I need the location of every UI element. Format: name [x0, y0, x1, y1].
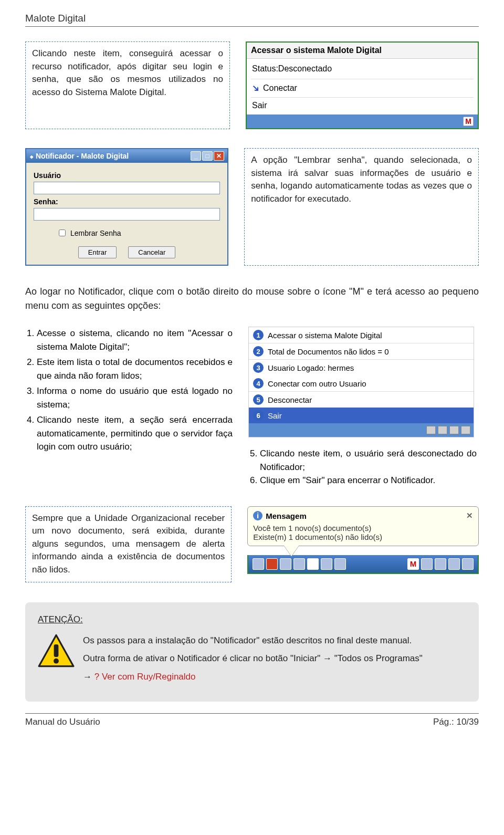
taskbar-icon [435, 558, 446, 570]
taskbar-icon [307, 558, 319, 570]
list-item: Clique em "Sair" para encerrar o Notific… [260, 474, 477, 487]
list-item: Este item lista o total de documentos re… [37, 356, 233, 382]
password-input[interactable] [34, 208, 220, 221]
msg-line-2: Existe(m) 1 documento(s) não lido(s) [253, 533, 473, 541]
svg-point-2 [54, 659, 59, 664]
nm-item-sair[interactable]: Sair [268, 411, 282, 420]
svg-rect-1 [54, 644, 59, 657]
password-label: Senha: [34, 197, 220, 206]
info-icon: i [253, 511, 262, 520]
list-item: Clicando neste item, o usuário será desc… [260, 447, 477, 474]
context-menu-screenshot-2: 1Acessar o sistema Malote Digital 2Total… [248, 327, 474, 437]
tray-m-icon: M [463, 117, 474, 126]
nm-item-acessar[interactable]: Acessar o sistema Malote Digital [268, 331, 382, 340]
taskbar-icon [448, 558, 460, 570]
menu-title: Acessar o sistema Malote Digital [247, 43, 478, 59]
footer-left: Manual do Usuário [25, 717, 100, 727]
footer-page: Pág.: 10/39 [433, 717, 479, 727]
tray-icon [461, 426, 470, 434]
taskbar-icon [253, 558, 264, 570]
callout-mensagem-alerta: Sempre que a Unidade Organizacional rece… [25, 506, 232, 582]
window-title: ⬥ Notificador - Malote Digital [29, 152, 129, 160]
list-item: Informa o nome do usuário que está logad… [37, 384, 233, 411]
enter-button[interactable]: Entrar [78, 246, 117, 258]
pointer-arrow-icon: ➔ [249, 81, 262, 95]
warning-icon [38, 634, 75, 667]
menu-item-sair[interactable]: Sair [252, 101, 267, 110]
taskbar-icon [334, 558, 346, 570]
tray-icon [449, 426, 459, 434]
user-input[interactable] [34, 182, 220, 194]
message-popup-screenshot: iMensagem ✕ Você tem 1 novo(s) documento… [247, 506, 479, 582]
step-badge-6: 6 [253, 410, 264, 421]
minimize-icon[interactable]: _ [191, 151, 201, 161]
taskbar-icon [280, 558, 291, 570]
user-label: Usuário [34, 171, 220, 180]
context-menu-screenshot-1: Acessar o sistema Malote Digital Status:… [246, 41, 479, 129]
tray-icon [426, 426, 436, 434]
menu-item-conectar[interactable]: Conectar [263, 84, 297, 93]
nm-item-total-docs: Total de Documentos não lidos = 0 [268, 347, 389, 356]
step-badge-4: 4 [253, 378, 264, 389]
step-badge-5: 5 [253, 394, 264, 405]
taskbar-icon [462, 558, 474, 570]
callout-lembrar-senha: A opção "Lembrar senha", quando selecion… [244, 148, 479, 266]
tray-icon [438, 426, 447, 434]
taskbar-icon [321, 558, 332, 570]
app-icon: ⬥ [29, 152, 34, 160]
cancel-button[interactable]: Cancelar [128, 246, 175, 258]
taskbar-icon [421, 558, 433, 570]
msg-title: Mensagem [266, 511, 307, 520]
paragraph-logar-notificador: Ao logar no Notificador, clique com o bo… [25, 285, 479, 313]
attention-label: ATENÇÃO: [38, 613, 466, 627]
remember-checkbox[interactable] [59, 229, 66, 236]
bubble-tail-icon [284, 546, 299, 556]
step-badge-2: 2 [253, 346, 264, 357]
nm-item-usuario: Usuario Logado: hermes [268, 363, 354, 372]
login-window: ⬥ Notificador - Malote Digital _ □ ✕ Usu… [25, 148, 228, 266]
status-text: Status:Desconectado [251, 61, 474, 79]
remember-label: Lembrar Senha [70, 229, 121, 237]
maximize-icon[interactable]: □ [202, 151, 213, 161]
attention-p1: Os passos para a instalação do "Notifica… [83, 634, 423, 648]
right-instruction-list: Clicando neste item, o usuário será desc… [248, 447, 477, 487]
arrow-right-icon: → [83, 672, 92, 682]
list-item: Clicando neste item, a seção será encerr… [37, 413, 233, 454]
attention-p2: Outra forma de ativar o Notificador é cl… [83, 652, 423, 665]
taskbar-icon [266, 558, 278, 570]
nm-item-conectar-outro[interactable]: Conectar com outro Usuario [268, 379, 366, 388]
msg-line-1: Você tem 1 novo(s) documento(s) [253, 524, 473, 533]
arrow-right-icon: → [323, 653, 332, 663]
attention-box: ATENÇÃO: Os passos para a instalação do … [25, 602, 479, 702]
step-badge-1: 1 [253, 330, 264, 340]
attention-p3: ? Ver com Ruy/Reginaldo [94, 672, 196, 682]
step-badge-3: 3 [253, 362, 264, 373]
nm-item-desconectar[interactable]: Desconectar [268, 395, 312, 404]
close-icon[interactable]: ✕ [466, 511, 473, 520]
taskbar-icon [293, 558, 305, 570]
callout-acessar-recurso: Clicando neste item, conseguirá acessar … [25, 41, 230, 129]
header-title: Malote Digital [25, 13, 479, 27]
list-item: Acesse o sistema, clicando no item "Aces… [37, 327, 233, 353]
taskbar-m-icon: M [407, 558, 419, 570]
left-instruction-list: Acesse o sistema, clicando no item "Aces… [25, 327, 233, 487]
close-icon[interactable]: ✕ [214, 151, 224, 161]
